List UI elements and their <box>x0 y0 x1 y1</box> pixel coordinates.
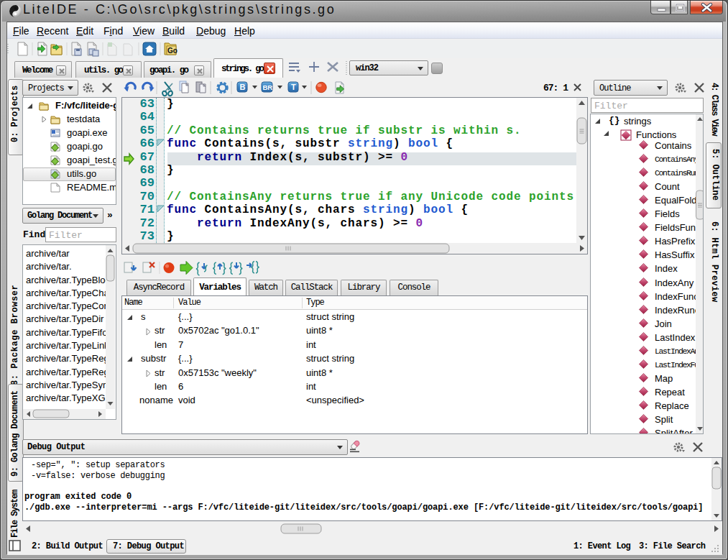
svg-text:BR: BR <box>263 83 273 91</box>
svg-text:T: T <box>291 83 296 91</box>
svg-text:67: 1: 67: 1 <box>543 83 568 93</box>
svg-text:B: B <box>240 83 246 91</box>
svg-text:Go: Go <box>167 47 178 55</box>
